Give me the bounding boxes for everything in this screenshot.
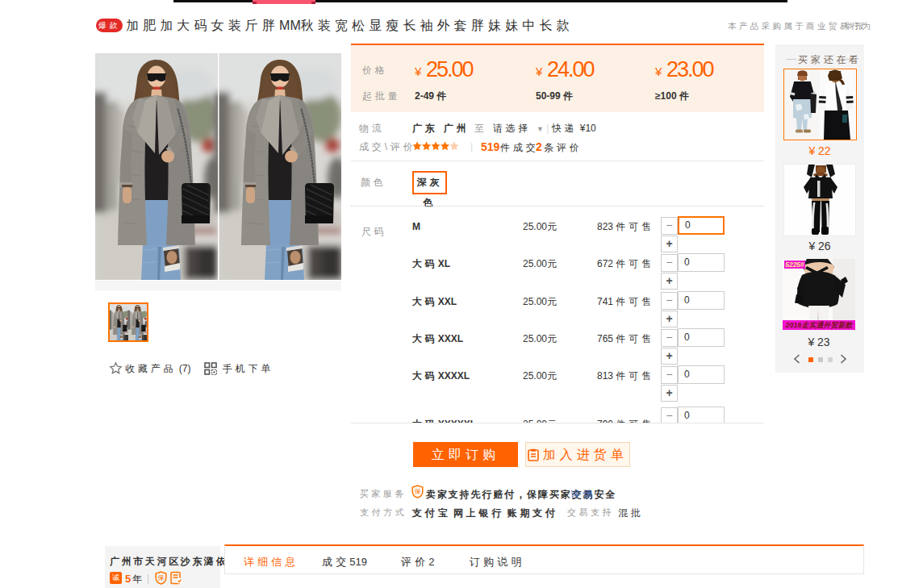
svg-text:保: 保: [158, 574, 165, 582]
svg-text:保: 保: [415, 488, 421, 495]
svg-text:5225#: 5225#: [785, 261, 804, 269]
svg-text:2016走实通外贸新款: 2016走实通外贸新款: [784, 321, 853, 329]
